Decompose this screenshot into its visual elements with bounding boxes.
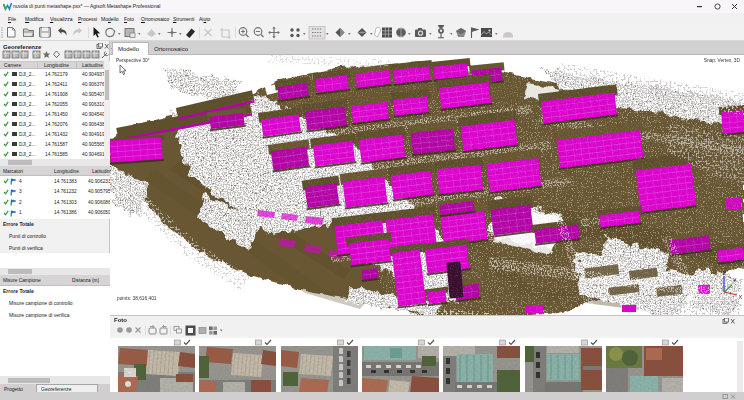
svg-text:Y: Y	[733, 277, 737, 283]
svg-text:X: X	[739, 294, 743, 300]
svg-text:Z: Z	[723, 270, 727, 276]
